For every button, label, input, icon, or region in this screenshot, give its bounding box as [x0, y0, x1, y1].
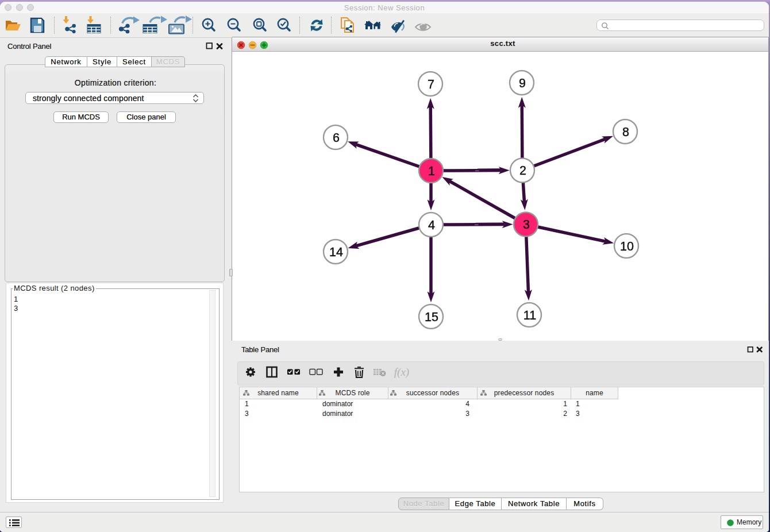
svg-text:1: 1 — [428, 164, 435, 178]
svg-text:6: 6 — [333, 131, 340, 145]
svg-text:4: 4 — [428, 218, 435, 232]
svg-text:3: 3 — [523, 218, 530, 232]
svg-text:2: 2 — [519, 164, 526, 178]
svg-text:14: 14 — [329, 245, 343, 259]
svg-text:10: 10 — [620, 240, 634, 253]
svg-text:8: 8 — [622, 125, 629, 139]
svg-text:15: 15 — [425, 310, 438, 324]
svg-text:11: 11 — [523, 309, 536, 322]
svg-text:9: 9 — [519, 76, 526, 90]
svg-text:f(x): f(x) — [394, 366, 409, 379]
svg-text:7: 7 — [428, 78, 434, 91]
